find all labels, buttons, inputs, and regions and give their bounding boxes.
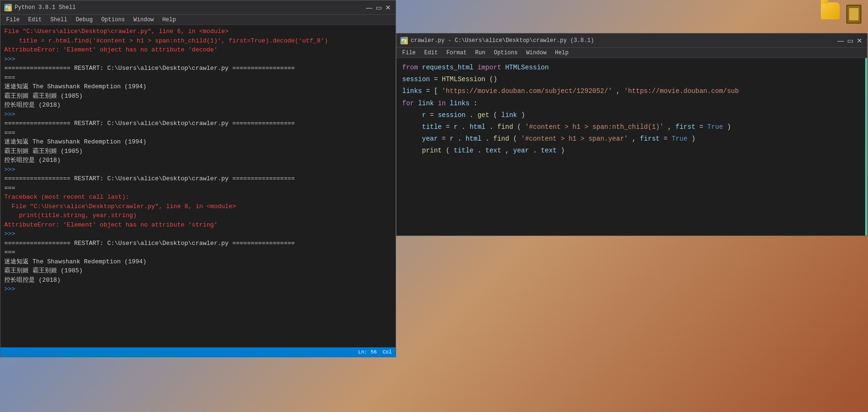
str-selector-title: '#content > h1 > span:nth_child(1)' <box>525 123 664 131</box>
col-indicator: Col <box>382 349 392 355</box>
var-links: links <box>402 87 422 95</box>
editor-maximize-button[interactable]: ▭ <box>846 37 854 44</box>
shell-movie-2c: 控长咀控是 (2018) <box>4 156 392 165</box>
var-year: year <box>422 135 438 143</box>
func-htmlsession: HTMLSession <box>442 76 485 83</box>
shell-movie-4c: 控长咀控是 (2018) <box>4 276 392 285</box>
editor-close-button[interactable]: ✕ <box>856 37 863 44</box>
editor-menu-help[interactable]: Help <box>551 49 572 57</box>
editor-menu-options[interactable]: Options <box>490 49 521 57</box>
var-link: link <box>418 100 434 107</box>
func-find-2: find <box>493 135 509 143</box>
editor-menu-run[interactable]: Run <box>471 49 489 57</box>
shell-movie-4a: 迷途知返 The Shawshank Redemption (1994) <box>4 257 392 267</box>
shell-prompt-5: >>> <box>4 285 392 294</box>
var-r: r <box>422 111 426 119</box>
shell-window-controls[interactable]: — ▭ ✕ <box>365 4 392 11</box>
code-line-2: session = HTMLSession () <box>402 74 861 85</box>
editor-menubar: File Edit Format Run Options Window Help <box>397 48 867 58</box>
folder-icon-1 <box>821 2 840 19</box>
shell-movie-4b: 霸王别姬 霸王别姬 (1985) <box>4 266 392 276</box>
code-line-1: from requests_html import HTMLSession <box>402 62 861 74</box>
menu-help[interactable]: Help <box>158 16 180 24</box>
shell-statusbar: Ln: 56 Col <box>0 347 396 357</box>
keyword-in: in <box>438 100 446 107</box>
shell-sep-1: ================== RESTART: C:\Users\ali… <box>4 64 392 73</box>
keyword-from: from <box>402 64 418 71</box>
class-htmlsession: HTMLSession <box>505 64 548 71</box>
menu-debug[interactable]: Debug <box>72 16 97 24</box>
str-selector-year: '#content > h1 > span.year' <box>521 135 628 143</box>
shell-movie-1a: 迷途知返 The Shawshank Redemption (1994) <box>4 82 392 92</box>
var-link-arg: link <box>501 111 517 119</box>
var-title: title <box>422 123 442 131</box>
var-session-get: session <box>438 111 466 119</box>
shell-attr-err: AttributeError: 'Element' object has no … <box>4 220 392 230</box>
editor-menu-window[interactable]: Window <box>522 49 550 57</box>
code-line-5: r = session . get ( link ) <box>402 109 861 121</box>
editor-title-group: Py crawler.py - C:\Users\alice\Desktop\c… <box>400 37 594 44</box>
val-true-1: True <box>707 123 723 131</box>
editor-menu-edit[interactable]: Edit <box>421 49 442 57</box>
editor-minimize-button[interactable]: — <box>837 37 844 44</box>
ln-col-indicator: Ln: 56 <box>358 349 377 355</box>
val-true-2: True <box>671 135 687 143</box>
var-session: session <box>402 76 430 83</box>
attr-html-2: html <box>465 135 481 143</box>
menu-file[interactable]: File <box>2 16 24 24</box>
shell-prompt-2: >>> <box>4 110 392 119</box>
maximize-button[interactable]: ▭ <box>375 4 382 11</box>
desktop-icons <box>821 2 863 26</box>
shell-title: Py Python 3.8.1 Shell <box>4 4 76 11</box>
code-line-3: links = [ 'https://movie.douban.com/subj… <box>402 85 861 97</box>
var-title-text: title <box>454 147 473 154</box>
func-print: print <box>422 147 442 154</box>
shell-traceback: Traceback (most recent call last): <box>4 193 392 202</box>
editor-window: Py crawler.py - C:\Users\alice\Desktop\c… <box>396 33 868 236</box>
str-url1: 'https://movie.douban.com/subject/129205… <box>442 87 612 95</box>
attr-text-2: text <box>541 147 557 154</box>
code-line-7: year = r . html . find ( '#content > h1 … <box>402 133 861 145</box>
shell-content[interactable]: File "C:\Users\alice\Desktop\crawler.py"… <box>0 25 396 347</box>
close-button[interactable]: ✕ <box>384 4 392 11</box>
var-r-html-2: r <box>450 135 454 143</box>
code-line-8: print ( title . text , year . text ) <box>402 145 861 157</box>
green-indicator <box>865 58 867 235</box>
menu-window[interactable]: Window <box>130 16 157 24</box>
param-first: first <box>676 123 695 131</box>
attr-text-1: text <box>485 147 501 154</box>
python-icon: Py <box>4 4 12 11</box>
shell-sep-eq-2: === <box>4 128 392 138</box>
shell-sep-eq-4: === <box>4 248 392 257</box>
var-r-html: r <box>454 123 457 131</box>
shell-movie-2a: 迷途知返 The Shawshank Redemption (1994) <box>4 137 392 147</box>
str-url2: 'https://movie.douban.com/sub <box>624 87 739 95</box>
menu-options[interactable]: Options <box>98 16 129 24</box>
editor-content[interactable]: from requests_html import HTMLSession se… <box>397 58 867 235</box>
attr-html: html <box>470 123 486 131</box>
editor-window-controls[interactable]: — ▭ ✕ <box>837 37 863 44</box>
minimize-button[interactable]: — <box>365 4 373 11</box>
menu-edit[interactable]: Edit <box>25 16 46 24</box>
shell-window: Py Python 3.8.1 Shell — ▭ ✕ File Edit Sh… <box>0 0 396 357</box>
shell-err-file: File "C:\Users\alice\Desktop\crawler.py"… <box>4 202 392 211</box>
shell-prompt-3: >>> <box>4 165 392 175</box>
shell-err-print: print(title.string, year.string) <box>4 211 392 220</box>
editor-title-text: crawler.py - C:\Users\alice\Desktop\craw… <box>411 37 594 44</box>
keyword-import: import <box>478 64 501 71</box>
shell-line-2: title = r.html.find('#content > h1 > spa… <box>4 36 392 46</box>
shell-prompt-4: >>> <box>4 229 392 239</box>
editor-menu-format[interactable]: Format <box>443 49 471 57</box>
param-first-2: first <box>640 135 660 143</box>
editor-menu-file[interactable]: File <box>398 49 420 57</box>
shell-movie-2b: 霸王别姬 霸王别姬 (1985) <box>4 147 392 156</box>
shell-titlebar: Py Python 3.8.1 Shell — ▭ ✕ <box>0 0 396 15</box>
shell-line-1: File "C:\Users\alice\Desktop\crawler.py"… <box>4 27 392 36</box>
shell-movie-1c: 控长咀控是 (2018) <box>4 101 392 110</box>
code-line-4: for link in links : <box>402 98 861 109</box>
menu-shell[interactable]: Shell <box>47 16 71 24</box>
shell-title-text: Python 3.8.1 Shell <box>15 4 76 11</box>
shell-sep-2: ================== RESTART: C:\Users\ali… <box>4 119 392 128</box>
shell-prompt-1: >>> <box>4 55 392 64</box>
func-find: find <box>497 123 513 131</box>
